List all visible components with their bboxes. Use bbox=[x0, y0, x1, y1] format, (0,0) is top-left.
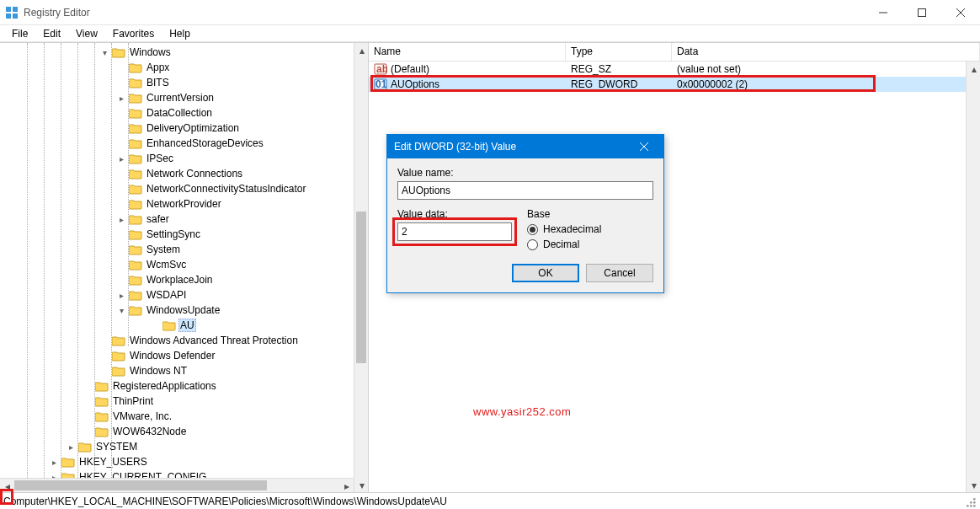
scroll-up-icon[interactable]: ▴ bbox=[354, 43, 369, 57]
tree-node[interactable]: Windows Defender bbox=[0, 348, 354, 363]
value-row-selected[interactable]: 011 AUOptions REG_DWORD 0x00000002 (2) bbox=[369, 77, 980, 92]
value-name: AUOptions bbox=[391, 78, 439, 90]
radio-hexadecimal[interactable]: Hexadecimal bbox=[527, 223, 653, 235]
tree-node[interactable]: DataCollection bbox=[0, 105, 354, 121]
folder-icon bbox=[112, 350, 125, 362]
scroll-left-icon[interactable]: ◂ bbox=[0, 479, 14, 492]
tree-label: System bbox=[145, 243, 182, 256]
spacer bbox=[116, 229, 126, 239]
tree-node[interactable]: Windows Advanced Threat Protection bbox=[0, 333, 354, 348]
tree-node[interactable]: DeliveryOptimization bbox=[0, 121, 354, 136]
svg-point-16 bbox=[973, 501, 976, 504]
radio-icon bbox=[527, 239, 538, 250]
valuename-input[interactable] bbox=[397, 181, 653, 200]
expand-icon[interactable]: ▸ bbox=[116, 93, 126, 103]
tree-node[interactable]: ▾WindowsUpdate bbox=[0, 303, 354, 318]
tree-label: Windows NT bbox=[128, 364, 189, 378]
spacer bbox=[116, 78, 126, 88]
column-header-type[interactable]: Type bbox=[566, 43, 672, 61]
scroll-down-icon[interactable]: ▾ bbox=[967, 478, 980, 492]
tree-node[interactable]: Windows NT bbox=[0, 363, 354, 378]
tree-label: NetworkConnectivityStatusIndicator bbox=[145, 182, 307, 196]
scroll-down-icon[interactable]: ▾ bbox=[354, 478, 369, 492]
menu-view[interactable]: View bbox=[69, 26, 104, 41]
tree-node[interactable]: System bbox=[0, 242, 354, 257]
tree-node[interactable]: ▸WSDAPI bbox=[0, 287, 354, 303]
maximize-button[interactable] bbox=[903, 0, 941, 25]
tree-node[interactable]: VMware, Inc. bbox=[0, 409, 354, 424]
expand-icon[interactable]: ▸ bbox=[49, 472, 59, 478]
radio-decimal[interactable]: Decimal bbox=[527, 238, 653, 250]
expand-icon[interactable]: ▸ bbox=[116, 214, 126, 224]
tree-label: Appx bbox=[145, 61, 171, 74]
binary-value-icon: 011 bbox=[374, 78, 387, 91]
ok-button[interactable]: OK bbox=[512, 264, 579, 282]
list-vertical-scrollbar[interactable]: ▴ ▾ bbox=[966, 62, 980, 492]
resize-grip-icon[interactable] bbox=[963, 495, 977, 508]
tree-node[interactable]: ThinPrint bbox=[0, 394, 354, 409]
minimize-button[interactable] bbox=[864, 0, 903, 25]
tree-node[interactable]: ▸safer bbox=[0, 212, 354, 227]
tree-node[interactable]: RegisteredApplications bbox=[0, 378, 354, 394]
tree-label: WorkplaceJoin bbox=[145, 273, 214, 287]
expand-icon[interactable]: ▸ bbox=[116, 153, 126, 163]
tree-node[interactable]: ▸IPSec bbox=[0, 151, 354, 166]
tree-vertical-scrollbar[interactable]: ▴ ▾ bbox=[354, 43, 368, 492]
folder-icon bbox=[129, 77, 142, 88]
valuename-label: Value name: bbox=[397, 167, 653, 179]
tree-label: WindowsUpdate bbox=[145, 303, 221, 317]
dialog-titlebar[interactable]: Edit DWORD (32-bit) Value bbox=[387, 135, 663, 158]
tree-label: WOW6432Node bbox=[111, 425, 188, 438]
tree-node[interactable]: BITS bbox=[0, 75, 354, 90]
folder-icon bbox=[129, 168, 142, 179]
tree-node[interactable]: ▸SYSTEM bbox=[0, 439, 354, 454]
scroll-up-icon[interactable]: ▴ bbox=[967, 62, 980, 76]
expand-icon[interactable]: ▸ bbox=[116, 290, 126, 300]
tree-node[interactable]: Appx bbox=[0, 60, 354, 75]
column-header-name[interactable]: Name bbox=[369, 43, 566, 61]
spacer bbox=[99, 366, 109, 376]
folder-icon bbox=[129, 198, 142, 210]
tree-node[interactable]: WcmSvc bbox=[0, 257, 354, 272]
tree-node[interactable]: ▸HKEY_USERS bbox=[0, 454, 354, 469]
folder-icon bbox=[112, 365, 125, 377]
values-pane: Name Type Data ab (Default) REG_SZ (valu… bbox=[369, 43, 980, 492]
menubar: File Edit View Favorites Help bbox=[0, 25, 980, 42]
tree-node[interactable]: NetworkConnectivityStatusIndicator bbox=[0, 181, 354, 196]
tree-node[interactable]: WorkplaceJoin bbox=[0, 272, 354, 287]
tree-node[interactable]: ▸CurrentVersion bbox=[0, 90, 354, 105]
registry-tree[interactable]: ▾ Windows AppxBITS▸CurrentVersionDataCol… bbox=[0, 43, 354, 478]
tree-label: Windows Advanced Threat Protection bbox=[128, 334, 300, 347]
tree-node[interactable]: EnhancedStorageDevices bbox=[0, 136, 354, 151]
tree-node[interactable]: SettingSync bbox=[0, 227, 354, 242]
scroll-thumb[interactable] bbox=[356, 212, 366, 363]
spacer bbox=[116, 275, 126, 285]
column-header-data[interactable]: Data bbox=[672, 43, 980, 61]
value-row[interactable]: ab (Default) REG_SZ (value not set) bbox=[369, 62, 980, 77]
scroll-right-icon[interactable]: ▸ bbox=[339, 479, 354, 492]
valuedata-input[interactable] bbox=[397, 222, 512, 241]
tree-node[interactable]: NetworkProvider bbox=[0, 196, 354, 212]
expand-icon[interactable]: ▸ bbox=[49, 457, 59, 467]
tree-node-windows[interactable]: ▾ Windows bbox=[0, 45, 354, 60]
tree-label: NetworkProvider bbox=[145, 197, 223, 211]
menu-edit[interactable]: Edit bbox=[36, 26, 67, 41]
menu-help[interactable]: Help bbox=[162, 26, 197, 41]
collapse-icon[interactable]: ▾ bbox=[99, 47, 109, 57]
tree-horizontal-scrollbar[interactable]: ◂ ▸ bbox=[0, 478, 354, 492]
cancel-button[interactable]: Cancel bbox=[586, 264, 653, 282]
tree-node[interactable]: Network Connections bbox=[0, 166, 354, 181]
tree-node[interactable]: WOW6432Node bbox=[0, 424, 354, 439]
close-button[interactable] bbox=[941, 0, 980, 25]
tree-label: AU bbox=[178, 319, 196, 332]
dialog-close-button[interactable] bbox=[631, 135, 657, 158]
folder-icon bbox=[112, 46, 125, 58]
expand-icon[interactable]: ▾ bbox=[116, 305, 126, 315]
menu-favorites[interactable]: Favorites bbox=[106, 26, 161, 41]
tree-node[interactable]: ▸HKEY_CURRENT_CONFIG bbox=[0, 469, 354, 478]
tree-node-au[interactable]: AU bbox=[0, 318, 354, 333]
scroll-thumb[interactable] bbox=[14, 480, 267, 490]
expand-icon[interactable]: ▸ bbox=[66, 442, 76, 452]
menu-file[interactable]: File bbox=[5, 26, 35, 41]
value-data: 0x00000002 (2) bbox=[672, 78, 980, 91]
